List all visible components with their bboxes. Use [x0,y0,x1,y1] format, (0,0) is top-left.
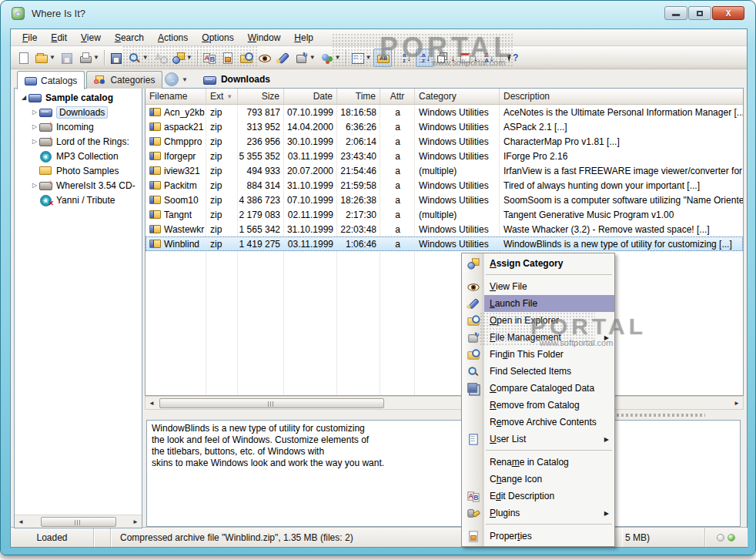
close-button[interactable]: X [712,6,744,20]
tree-horizontal-scrollbar[interactable]: ◄ ► [15,515,142,528]
sort-by-size-button[interactable]: ↓ [434,49,457,67]
context-menu-item-user-list[interactable]: User List▶ [462,431,614,448]
context-help-button[interactable] [503,49,522,67]
dropdown-arrow-icon[interactable]: ▼ [93,54,99,61]
history-dropdown-icon[interactable]: ▼ [182,76,188,83]
context-menu-item-find-selected-items[interactable]: Find Selected Items [462,363,614,380]
file-row-soom10[interactable]: Soom10zip4 386 72307.10.199918:26:38aWin… [146,193,743,207]
menubar-item-options[interactable]: Options [195,30,240,45]
column-header-size[interactable]: Size [238,89,284,104]
tree-item-yanni-tribute[interactable]: Yanni / Tribute [15,193,142,207]
minimize-button[interactable]: ▬ [664,6,687,20]
scroll-right-arrow[interactable]: ► [731,397,743,409]
context-menu-item-remove-from-catalog[interactable]: Remove from Catalog [462,397,614,414]
tab-catalogs[interactable]: Catalogs [17,71,85,89]
edit-description-button[interactable] [200,49,219,67]
list-horizontal-scrollbar[interactable]: ◄ ► [145,396,744,410]
context-menu-item-edit-description[interactable]: Edit Description [462,488,614,505]
column-header-time[interactable]: Time [337,89,380,104]
assign-category-button[interactable]: ▼ [169,49,195,67]
internet-options-button[interactable]: ▼ [318,49,343,67]
tree-item-downloads[interactable]: ▷Downloads [15,105,142,119]
sort-by-ext-button[interactable]: .a.z↓ [416,49,434,67]
scrollbar-track[interactable] [158,397,731,409]
file-row-aspack21[interactable]: aspack21zip313 95214.04.20006:36:26aWind… [146,119,743,134]
new-catalog-button[interactable] [14,49,32,67]
dropdown-arrow-icon[interactable]: ▼ [309,54,316,61]
column-header-filename[interactable]: Filename [146,89,206,104]
file-row-wastewkr[interactable]: Wastewkrzip1 565 34231.10.199922:03:48aW… [146,222,743,236]
launch-file-button[interactable] [274,49,293,67]
context-menu-item-properties[interactable]: Properties [462,528,614,545]
tree-item-lord-of-the-rings[interactable]: ▷Lord of the Rings: [15,134,142,149]
file-row-acn-y2kb[interactable]: Acn_y2kbzip793 81707.10.199918:16:58aWin… [146,105,743,119]
expand-icon[interactable]: ▷ [30,182,39,189]
item-properties-button[interactable] [219,49,237,67]
dropdown-arrow-icon[interactable]: ▼ [186,54,192,61]
maximize-button[interactable] [688,6,711,20]
menubar-item-file[interactable]: File [15,30,44,45]
menubar-item-edit[interactable]: Edit [44,30,74,45]
tree-item-mp3-collection[interactable]: MP3 Collection [15,149,142,163]
scrollbar-thumb[interactable] [159,398,384,408]
view-mode-button[interactable]: ▼ [349,49,374,67]
tree-item-incoming[interactable]: ▷Incoming [15,119,142,134]
scrollbar-track[interactable] [27,516,129,528]
column-header-attr[interactable]: Attr [380,89,415,104]
context-menu-item-compare-cataloged-data[interactable]: Compare Cataloged Data [462,380,614,397]
context-menu-item-open-in-explorer[interactable]: Open in Explorer [462,312,614,329]
tree-item-whereisit-3-54-cd[interactable]: ▷WhereIsIt 3.54 CD- [15,178,142,193]
tab-categories[interactable]: Categories [86,71,162,89]
tree-item-photo-samples[interactable]: Photo Samples [15,163,142,178]
collapse-icon[interactable]: ◢ [19,94,28,101]
search-button[interactable]: ▼ [125,49,151,67]
context-menu-item-remove-archive-contents[interactable]: Remove Archive Contents [462,414,614,431]
menubar-item-actions[interactable]: Actions [151,30,195,45]
dropdown-arrow-icon[interactable]: ▼ [142,54,149,61]
forward-button[interactable]: → [165,72,179,86]
open-catalog-button[interactable]: ▼ [32,49,58,67]
description-splitter[interactable] [145,411,744,420]
view-file-button[interactable] [256,49,274,67]
context-menu-item-plugins[interactable]: Plugins▶ [462,505,614,521]
menubar-item-window[interactable]: Window [241,30,288,45]
find-in-folder-button[interactable] [237,49,256,67]
scrollbar-thumb[interactable] [41,517,116,527]
context-menu-item-find-in-this-folder[interactable]: Find in This Folder [462,346,614,363]
context-menu-item-view-file[interactable]: View File [462,278,614,295]
file-row-chmppro[interactable]: Chmpprozip236 95630.10.19992:06:14aWindo… [146,134,743,149]
scroll-left-arrow[interactable]: ◄ [146,397,158,409]
file-row-packitm[interactable]: Packitmzip884 31431.10.199921:59:58aWind… [146,178,743,193]
file-row-tangnt[interactable]: Tangntzip2 179 08302.11.19992:17:30a(mul… [146,207,743,222]
context-menu-item-rename-in-catalog[interactable]: Rename in Catalog [462,454,614,471]
window-titlebar[interactable]: Where Is It? ▬ X [1,1,755,27]
expand-icon[interactable]: ▷ [30,123,39,130]
context-menu-item-change-icon[interactable]: Change Icon [462,471,614,488]
scroll-left-arrow[interactable]: ◄ [15,516,27,528]
expand-icon[interactable]: ▷ [30,109,39,116]
context-menu-item-assign-category[interactable]: Assign Category [462,255,614,272]
menubar-item-help[interactable]: Help [287,30,320,45]
context-menu-item-file-management[interactable]: File Management▶ [462,329,614,346]
print-button[interactable]: ▼ [76,49,102,67]
dropdown-arrow-icon[interactable]: ▼ [335,54,341,61]
update-catalog-button[interactable] [107,49,125,67]
scroll-right-arrow[interactable]: ► [129,516,142,528]
file-row-iforgepr[interactable]: Iforgeprzip5 355 35203.11.199923:43:40aW… [146,149,743,163]
file-row-winblind[interactable]: Winblindzip1 419 27503.11.19991:06:46aWi… [146,236,743,251]
dropdown-arrow-icon[interactable]: ▼ [366,54,372,61]
file-management-button[interactable]: ▼ [293,49,318,67]
show-descriptions-button[interactable] [373,49,392,67]
menubar-item-search[interactable]: Search [108,30,151,45]
column-header-date[interactable]: Date [284,89,337,104]
column-header-category[interactable]: Category [415,89,500,104]
expand-icon[interactable]: ▷ [30,138,39,145]
menubar-item-view[interactable]: View [74,30,108,45]
context-menu-item-launch-file[interactable]: Launch File [462,295,614,312]
column-header-ext[interactable]: Ext▼ [206,89,238,104]
sort-by-date-button[interactable]: ↓ [457,49,480,67]
dropdown-arrow-icon[interactable]: ▼ [49,54,55,61]
sort-descending-button[interactable]: ZA↓ [480,49,498,67]
tree-item-sample-catalog[interactable]: ◢Sample catalog [15,90,142,105]
file-row-iview321[interactable]: iview321zip494 93320.07.200021:54:46a(mu… [146,163,743,178]
